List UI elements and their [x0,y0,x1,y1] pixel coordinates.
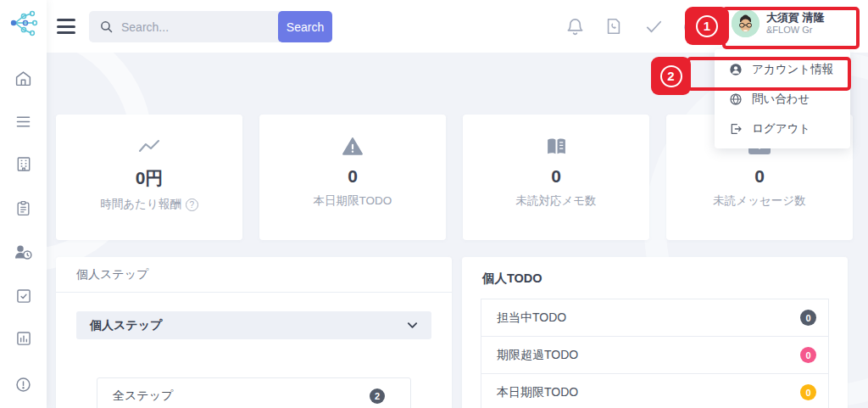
app-logo[interactable] [0,10,47,36]
sidebar-item-attendance[interactable] [0,239,47,265]
list-icon [14,113,32,131]
todo-count-badge: 0 [800,347,816,363]
search-input[interactable] [121,20,274,34]
personal-step-accordion[interactable]: 個人ステップ [76,311,431,339]
building-icon [15,155,32,173]
phone-document-icon [604,17,623,36]
search-input-container [89,11,280,42]
all-steps-item[interactable]: 全ステップ 2 [97,377,411,408]
stat-label: 時間あたり報酬 ? [56,197,242,212]
todo-row-overdue[interactable]: 期限超過TODO 0 [481,336,829,374]
sidebar-item-list[interactable] [0,109,47,134]
check-square-icon [15,288,32,305]
todo-count-badge: 0 [800,310,816,326]
annotation-number: 2 [660,65,682,87]
annotation-step-2-badge: 2 [651,57,691,95]
panel-title: 個人TODO [462,257,848,299]
hourly-reward-help-icon[interactable]: ? [186,198,198,211]
accordion-title: 個人ステップ [90,318,162,333]
stat-card-today-todo: 0 本日期限TODO [259,115,446,240]
menu-toggle-button[interactable] [57,19,75,34]
todo-count-badge: 0 [800,384,816,400]
sidebar-item-approval[interactable] [0,283,47,309]
menu-item-logout[interactable]: ログアウト [715,114,850,143]
chevron-down-icon [407,321,418,329]
sidebar [0,0,47,408]
sidebar-item-reports[interactable] [0,326,47,351]
search-icon [99,20,114,34]
todo-row-assigned[interactable]: 担当中TODO 0 [481,299,829,337]
personal-step-panel: 個人ステップ 個人ステップ 全ステップ 2 [56,257,452,408]
menu-item-contact[interactable]: 問い合わせ [715,84,850,114]
stat-label: 未読メッセージ数 [666,193,853,209]
panel-title: 個人ステップ [56,257,452,293]
stat-card-hourly-reward: 0円 時間あたり報酬 ? [56,115,242,240]
help-button[interactable] [682,17,703,37]
menu-item-account-info[interactable]: アカウント情報 [715,54,850,84]
activity-icon [136,137,162,156]
todo-row-due-today[interactable]: 本日期限TODO 0 [481,373,829,408]
user-name: 大須賀 清隆 [766,11,825,25]
notifications-button[interactable] [565,17,586,37]
personal-todo-panel: 個人TODO 担当中TODO 0 期限超過TODO 0 本日期限TODO 0 [462,257,848,408]
stat-value: 0 [463,166,649,187]
search-bar: Search [89,11,332,42]
sidebar-item-home[interactable] [0,65,47,91]
user-clock-icon [14,243,33,261]
stat-label: 本日期限TODO [259,193,446,209]
sidebar-item-tasks[interactable] [0,195,47,221]
approvals-button[interactable] [643,17,664,37]
clipboard-icon [15,199,31,217]
account-dropdown-menu: アカウント情報 問い合わせ ログアウト [715,49,850,148]
todo-list: 担当中TODO 0 期限超過TODO 0 本日期限TODO 0 [481,299,829,408]
home-icon [14,70,32,87]
avatar-illustration [732,9,760,37]
stat-value: 0円 [56,166,242,190]
call-memo-button[interactable] [604,17,625,37]
stat-value: 0 [259,166,446,187]
stat-label: 未読対応メモ数 [463,193,649,209]
user-circle-icon [729,63,743,76]
step-label: 全ステップ [113,388,173,404]
top-header: Search [47,0,868,53]
warning-triangle-icon [342,137,364,157]
bell-icon [565,17,585,36]
stat-value: 0 [666,166,853,187]
book-icon [545,137,568,157]
help-icon [682,17,704,38]
bar-chart-icon [15,330,32,347]
search-button[interactable]: Search [278,11,332,42]
step-count-badge: 2 [370,388,385,404]
globe-icon [729,92,743,106]
profile-text: 大須賀 清隆 &FLOW Gr [766,11,825,36]
avatar [732,9,760,37]
checkmark-icon [643,17,665,36]
sidebar-item-info[interactable] [0,372,47,397]
logout-icon [729,122,743,136]
network-logo-icon [8,9,39,36]
user-profile-menu[interactable]: 大須賀 清隆 &FLOW Gr [732,9,825,37]
sidebar-item-company[interactable] [0,151,47,176]
user-group: &FLOW Gr [766,25,825,36]
stat-card-unread-memos: 0 未読対応メモ数 [463,115,649,240]
alert-circle-icon [14,376,32,394]
